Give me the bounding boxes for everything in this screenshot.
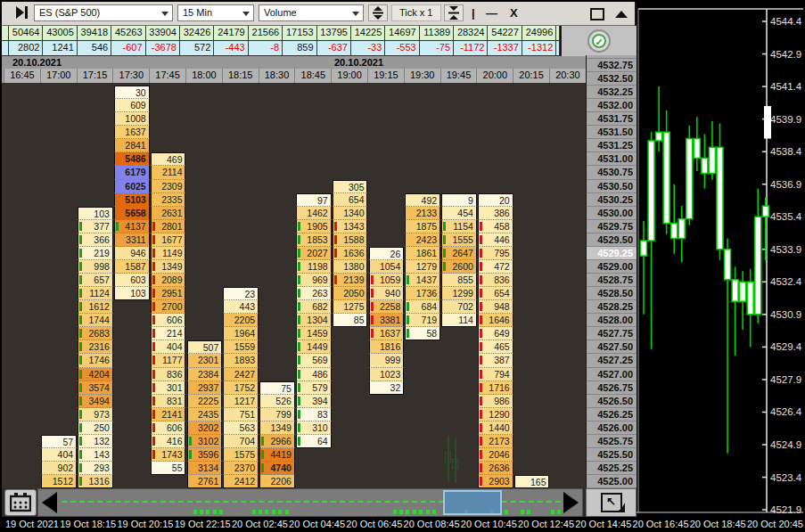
activity-tick bbox=[259, 510, 262, 514]
sell-imbalance-bar bbox=[480, 289, 482, 298]
stat-cell: 1241 bbox=[43, 41, 77, 55]
cluster-cell: 4740 bbox=[259, 462, 295, 475]
sell-imbalance-bar bbox=[152, 235, 155, 244]
price-ladder-row: 4531.50 bbox=[587, 126, 637, 139]
reset-view-button[interactable]: ↖ bbox=[586, 488, 637, 517]
scroll-left-arrow[interactable] bbox=[42, 492, 57, 513]
sell-imbalance-bar bbox=[480, 302, 482, 311]
price-ladder-row: 4529.75 bbox=[587, 220, 637, 233]
cluster-cell: 1588 bbox=[333, 233, 368, 247]
scrollbar-thumb[interactable] bbox=[443, 490, 502, 515]
buy-imbalance-bar bbox=[79, 289, 82, 298]
cluster-cell: 2423 bbox=[405, 233, 440, 247]
price-axis-label: 4523.4 bbox=[770, 472, 802, 483]
row-expand-button[interactable] bbox=[444, 4, 464, 21]
delta-row: 28021241546-607-3678572-443-8859-637-33-… bbox=[2, 41, 561, 56]
price-axis-label: 4532.4 bbox=[770, 276, 802, 287]
cluster-cell: 2761 bbox=[187, 475, 223, 488]
sell-imbalance-bar bbox=[480, 410, 482, 419]
stat-cell: -443 bbox=[214, 41, 248, 55]
buy-imbalance-bar bbox=[298, 423, 300, 432]
buy-imbalance-bar bbox=[298, 235, 300, 244]
price-axis-label: 4535.4 bbox=[770, 211, 802, 222]
price-axis-label: 4542.9 bbox=[770, 49, 801, 60]
cluster-cell: 563 bbox=[223, 422, 259, 435]
time-header-cell: 20:30 bbox=[549, 69, 586, 83]
play-step-icon[interactable] bbox=[15, 5, 29, 20]
cluster-cell: 57 bbox=[41, 435, 77, 448]
cross-tool[interactable]: X bbox=[510, 6, 518, 20]
source-label: Volume bbox=[264, 7, 297, 18]
maximize-icon[interactable] bbox=[590, 8, 604, 20]
sell-imbalance-bar bbox=[480, 450, 482, 459]
time-header-cell: 19:15 bbox=[367, 69, 404, 83]
cluster-cell: 794 bbox=[478, 368, 513, 381]
cluster-cell: 2370 bbox=[223, 462, 259, 475]
cluster-cell: 3381 bbox=[369, 314, 405, 327]
cluster-cell: 2089 bbox=[151, 274, 186, 287]
calendar-button[interactable] bbox=[4, 489, 37, 516]
sell-imbalance-bar bbox=[480, 249, 482, 258]
cluster-cell: 5658 bbox=[114, 207, 150, 220]
confirm-button[interactable]: ✓ bbox=[587, 29, 611, 53]
cluster-cell: 603 bbox=[114, 274, 150, 287]
buy-imbalance-bar bbox=[79, 275, 82, 284]
price-ladder-row: 4526.75 bbox=[587, 381, 637, 395]
symbol-dropdown[interactable]: ES (S&P 500) bbox=[34, 4, 173, 21]
price-ladder-row: 4530.00 bbox=[587, 207, 637, 220]
timeline-label: 20 Oct 06:45 bbox=[346, 517, 402, 532]
source-dropdown[interactable]: Volume bbox=[259, 4, 364, 21]
stat-cell: 13795 bbox=[317, 26, 351, 40]
buy-imbalance-bar bbox=[79, 235, 82, 244]
timeline-label: 20 Oct 02:45 bbox=[232, 517, 288, 532]
sell-imbalance-bar bbox=[480, 315, 482, 324]
tick-size-field[interactable]: Tick x 1 bbox=[391, 4, 441, 21]
row-compress-button[interactable] bbox=[368, 4, 388, 21]
cluster-cell: 831 bbox=[151, 395, 186, 408]
cluster-cell: 2206 bbox=[259, 475, 295, 488]
time-header-cell: 17:45 bbox=[149, 69, 185, 83]
cluster-cell: 1054 bbox=[369, 260, 405, 274]
sell-imbalance-bar bbox=[152, 262, 155, 271]
sell-imbalance-bar bbox=[371, 302, 374, 311]
buy-imbalance-bar bbox=[407, 315, 409, 324]
collapse-icon[interactable] bbox=[615, 11, 628, 18]
price-ladder-row: 4530.75 bbox=[587, 166, 637, 179]
check-icon: ✓ bbox=[592, 34, 606, 48]
cluster-cell: 836 bbox=[478, 274, 513, 287]
footprint-cluster-chart[interactable]: 5740490215121033773662199986571124161217… bbox=[2, 83, 586, 488]
cluster-cell: 507 bbox=[187, 340, 223, 354]
cluster-cell: 404 bbox=[151, 340, 186, 354]
buy-imbalance-bar bbox=[298, 397, 300, 405]
cluster-cell: 310 bbox=[296, 422, 332, 435]
candlestick-panel[interactable]: 4544.44542.94541.44539.94538.44536.94535… bbox=[637, 2, 805, 517]
period-dropdown[interactable]: 15 Min bbox=[177, 4, 254, 21]
cluster-cell: 1059 bbox=[369, 274, 405, 287]
cluster-cell: 902 bbox=[41, 462, 77, 475]
cluster-cell: 1875 bbox=[405, 220, 440, 233]
sell-imbalance-bar bbox=[480, 423, 482, 432]
scroll-right-arrow[interactable] bbox=[563, 492, 579, 513]
buy-imbalance-bar bbox=[79, 383, 82, 392]
stat-cell: 54227 bbox=[488, 26, 522, 40]
buy-imbalance-bar bbox=[298, 262, 300, 271]
cluster-cell: 1275 bbox=[333, 300, 368, 314]
cluster-cell: 1752 bbox=[223, 381, 259, 395]
sell-imbalance-bar bbox=[371, 329, 374, 338]
sell-imbalance-bar bbox=[480, 342, 482, 351]
activity-tick bbox=[193, 510, 197, 514]
buy-imbalance-bar bbox=[298, 342, 300, 351]
stat-cell: 24179 bbox=[214, 26, 248, 40]
vertical-line-tool[interactable]: | bbox=[472, 6, 475, 20]
stat-cell: -1337 bbox=[488, 41, 522, 55]
cluster-cell: 855 bbox=[441, 274, 477, 287]
cluster-cell: 486 bbox=[296, 368, 332, 381]
activity-tick bbox=[265, 510, 268, 514]
scrollbar-track[interactable] bbox=[37, 488, 583, 517]
toolbar: ES (S&P 500) 15 Min Volume Tick x 1 | bbox=[2, 2, 635, 26]
horizontal-line-tool[interactable]: — bbox=[486, 6, 497, 20]
price-ladder-row: 4525.25 bbox=[587, 462, 637, 475]
activity-tick bbox=[527, 510, 530, 514]
cluster-cell: 2335 bbox=[151, 193, 186, 207]
buy-imbalance-bar bbox=[116, 222, 119, 231]
